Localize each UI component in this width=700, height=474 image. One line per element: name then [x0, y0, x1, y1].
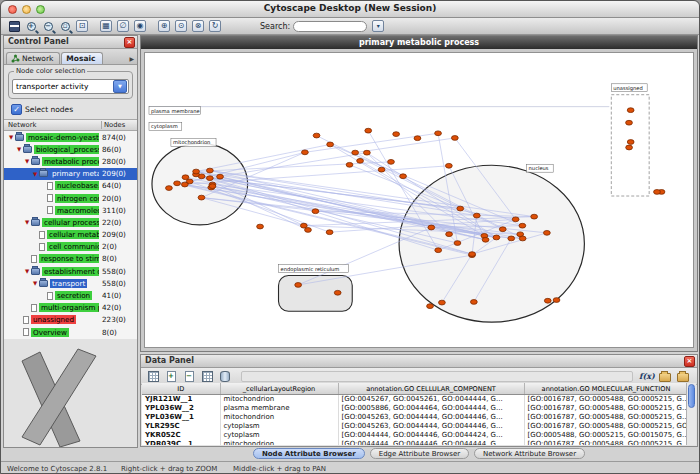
graph-node[interactable] — [627, 140, 634, 145]
tree-column-network[interactable]: Network — [4, 121, 101, 129]
unhide-all-icon[interactable]: ◉ — [132, 19, 148, 33]
destroy-network-icon[interactable]: ⊗ — [190, 19, 206, 33]
tree-item-cell-communica[interactable]: cell communica...2(0) — [4, 241, 137, 253]
table-cell[interactable]: YDR039C__1 — [142, 440, 220, 445]
table-cell[interactable]: mitochondrion — [220, 440, 338, 445]
graph-node[interactable] — [378, 167, 385, 172]
graph-node[interactable] — [457, 206, 464, 211]
tree-item-multi-organism-pro[interactable]: multi-organism pro...42(0) — [4, 302, 137, 314]
tab-edge-attribute-browser[interactable]: Edge Attribute Browser — [370, 448, 469, 459]
close-icon[interactable]: × — [124, 37, 135, 48]
search-options-button[interactable]: ▾ — [370, 19, 386, 33]
graph-node[interactable] — [217, 174, 224, 179]
zoom-selected-region-icon[interactable]: ▫ — [57, 19, 73, 33]
table-cell[interactable]: [GO:0016787, GO:0005488, GO:0005215, G..… — [524, 440, 686, 445]
graph-node[interactable] — [181, 182, 188, 187]
table-cell[interactable]: [GO:0005886, GO:0044464, GO:0044444, G..… — [338, 404, 524, 413]
graph-node[interactable] — [454, 241, 461, 246]
table-cell[interactable]: [GO:0045263, GO:0044444, GO:0044446, G..… — [338, 413, 524, 422]
graph-node[interactable] — [508, 236, 515, 241]
graph-node[interactable] — [414, 136, 421, 141]
table-cell[interactable]: [GO:0005488, GO:0005215, GO:0015075, G..… — [524, 431, 686, 440]
tree-item-establishment-of-lo[interactable]: ▼establishment of lo...558(0) — [4, 265, 137, 277]
table-cell[interactable]: [GO:0016787, GO:0005488, GO:0005215, G..… — [524, 404, 686, 413]
tree-column-nodes[interactable]: Nodes — [101, 121, 137, 129]
graph-node[interactable] — [446, 232, 453, 237]
graph-node[interactable] — [206, 176, 213, 181]
graph-node[interactable] — [654, 190, 661, 195]
show-graphics-details-icon[interactable]: ▦ — [98, 19, 114, 33]
expand-triangle-icon[interactable]: ▼ — [7, 134, 15, 140]
tree-item-macromolecule[interactable]: macromolecule...311(0) — [4, 204, 137, 216]
table-cell[interactable]: YJR121W__1 — [142, 395, 220, 405]
graph-node[interactable] — [519, 223, 526, 228]
expand-triangle-icon[interactable]: ▼ — [23, 158, 31, 164]
column-header-annotation-go-cellular-component[interactable]: annotation.GO CELLULAR_COMPONENT — [338, 383, 524, 395]
table-cell[interactable]: mitochondrion — [220, 395, 338, 405]
graph-node[interactable] — [451, 136, 458, 141]
tree-item-response-to-stimu[interactable]: response to stimu...8(0) — [4, 253, 137, 265]
table-cell[interactable]: YKR052C — [142, 431, 220, 440]
graph-node[interactable] — [346, 162, 353, 167]
tree-item-biological-process[interactable]: ▼biological_process86(0) — [4, 143, 137, 155]
graph-node[interactable] — [166, 186, 173, 191]
graph-node[interactable] — [352, 150, 359, 155]
table-row[interactable]: YLR295Ccytoplasm[GO:0045263, GO:0044444,… — [142, 422, 686, 431]
table-cell[interactable]: mitochondrion — [220, 413, 338, 422]
select-attributes-icon[interactable] — [145, 369, 161, 383]
graph-node[interactable] — [482, 237, 489, 242]
table-row[interactable]: YKR052Ccytoplasm[GO:0044444, GO:0044446,… — [142, 431, 686, 440]
graph-node[interactable] — [544, 298, 551, 303]
table-cell[interactable]: YLR295C — [142, 422, 220, 431]
graph-node[interactable] — [400, 174, 407, 179]
table-cell[interactable]: YPL036W__2 — [142, 404, 220, 413]
attribute-formula-icon[interactable]: f(x) — [639, 369, 655, 383]
table-cell[interactable]: [GO:0016787, GO:0005488, GO:0005215, G..… — [524, 395, 686, 405]
dropdown-arrow-icon[interactable]: ▼ — [113, 80, 127, 93]
new-network-from-selection-selected-edges-icon[interactable]: ⊙ — [173, 19, 189, 33]
graph-node[interactable] — [427, 304, 434, 309]
graph-node[interactable] — [499, 227, 506, 232]
graph-node[interactable] — [300, 223, 307, 228]
node-color-dropdown[interactable]: transporter activity ▼ — [12, 79, 129, 94]
graph-node[interactable] — [626, 120, 633, 125]
tree-item-nucleobase[interactable]: nucleobase...64(0) — [4, 180, 137, 192]
graph-node[interactable] — [327, 142, 334, 147]
table-cell[interactable]: plasma membrane — [220, 404, 338, 413]
tree-item-primary-metabo[interactable]: ▼primary metabo...209(0) — [4, 168, 137, 180]
save-session-icon[interactable] — [6, 19, 22, 33]
export-attributes-icon[interactable] — [675, 369, 691, 383]
graph-node[interactable] — [439, 300, 446, 305]
zoom-out-icon[interactable]: − — [40, 19, 56, 33]
tree-item-overview[interactable]: Overview8(0) — [4, 326, 137, 338]
select-nodes-checkbox[interactable]: ✓ — [11, 104, 22, 115]
table-cell[interactable]: [GO:0044444, GO:0044446, GO:0044444, G..… — [338, 440, 524, 445]
tree-item-mosaic-demo-yeast[interactable]: ▼mosaic-demo-yeast874(0) — [4, 131, 137, 143]
expand-triangle-icon[interactable]: ▼ — [15, 146, 23, 152]
graph-node[interactable] — [193, 169, 200, 174]
expand-triangle-icon[interactable]: ▼ — [23, 268, 31, 274]
graph-node[interactable] — [257, 224, 264, 229]
graph-node[interactable] — [174, 181, 181, 186]
table-cell[interactable]: [GO:0016787, GO:0005488, GO:0005215, GO:… — [524, 422, 686, 431]
select-all-attributes-icon[interactable] — [199, 369, 215, 383]
graph-node[interactable] — [512, 217, 519, 222]
table-scrollbar[interactable] — [686, 383, 696, 445]
graph-node[interactable] — [544, 230, 551, 235]
graph-node[interactable] — [626, 145, 633, 150]
graph-node[interactable] — [334, 290, 341, 295]
graph-node[interactable] — [388, 159, 395, 164]
graph-node[interactable] — [302, 150, 309, 155]
graph-node[interactable] — [519, 236, 526, 241]
graph-node[interactable] — [357, 158, 364, 163]
network-graph[interactable]: mitochondrionnucleusendoplasmic reticulu… — [145, 53, 693, 347]
graph-node[interactable] — [531, 214, 538, 219]
graph-node[interactable] — [295, 283, 302, 288]
column-header-cellularlayoutregion[interactable]: _cellularLayoutRegion — [220, 383, 338, 395]
table-row[interactable]: YJR121W__1mitochondrion[GO:0045267, GO:0… — [142, 395, 686, 405]
zoom-in-icon[interactable]: + — [23, 19, 39, 33]
tree-item-unassigned[interactable]: unassigned223(0) — [4, 314, 137, 326]
table-cell[interactable]: [GO:0044444, GO:0044446, GO:0044424, G..… — [338, 431, 524, 440]
graph-node[interactable] — [364, 150, 371, 155]
tab-mosaic[interactable]: Mosaic — [61, 52, 102, 64]
